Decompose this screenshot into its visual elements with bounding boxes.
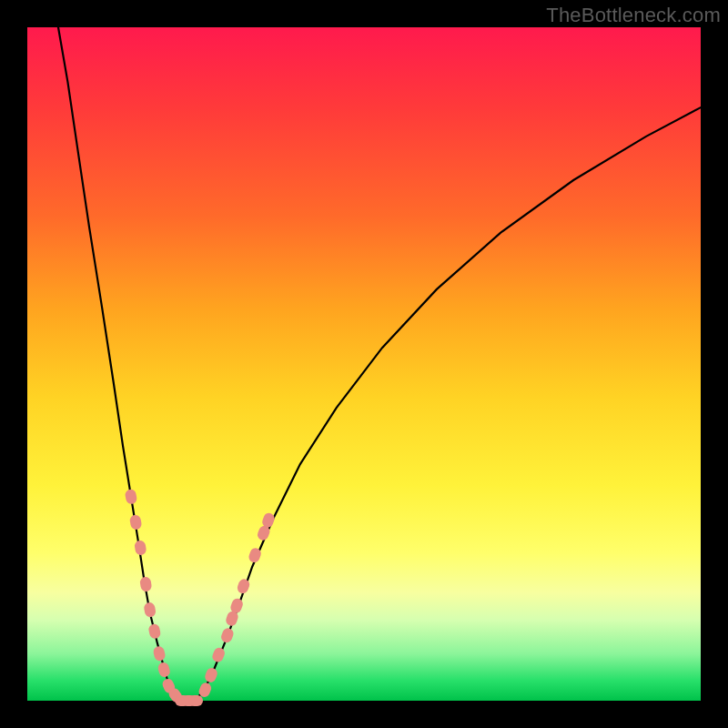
bead-marker	[134, 540, 147, 556]
plot-area	[27, 27, 701, 701]
bead-marker	[211, 646, 227, 663]
bead-marker	[236, 578, 251, 595]
bead-marker	[143, 602, 157, 618]
bead-marker	[147, 623, 161, 640]
right-curve	[196, 107, 701, 701]
bead-marker	[219, 627, 235, 644]
bead-marker	[204, 666, 219, 683]
bead-marker	[125, 489, 138, 505]
curve-layer	[27, 27, 701, 701]
bead-marker	[152, 645, 166, 662]
bead-marker	[129, 514, 143, 531]
outer-frame: TheBottleneck.com	[0, 0, 728, 728]
bead-marker	[139, 576, 152, 592]
bead-marker	[188, 695, 203, 706]
bead-marker	[157, 662, 171, 679]
watermark-text: TheBottleneck.com	[546, 4, 721, 27]
left-curve	[58, 27, 182, 701]
